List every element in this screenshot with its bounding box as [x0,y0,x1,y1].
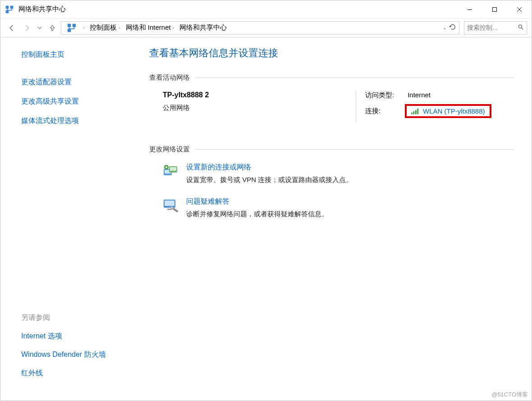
svg-rect-6 [73,23,76,27]
svg-rect-7 [68,28,71,32]
network-center-icon [67,23,77,33]
sidebar-link-adapter[interactable]: 更改适配器设置 [21,77,136,87]
search-input[interactable]: 搜索控制... [464,21,527,35]
svg-point-8 [518,25,522,28]
network-type: 公用网络 [163,104,356,112]
nav-forward-button[interactable] [20,21,34,35]
search-icon[interactable] [518,24,524,32]
breadcrumb-item[interactable]: 控制面板› [88,22,124,34]
svg-rect-10 [413,111,414,114]
see-also-heading: 另请参阅 [21,313,136,323]
breadcrumb-sep[interactable]: › [79,22,88,34]
nav-recent-button[interactable] [36,21,44,35]
breadcrumb-item[interactable]: 网络和共享中心 [178,22,229,34]
close-button[interactable] [507,0,532,18]
option-troubleshoot-link[interactable]: 问题疑难解答 [186,197,229,206]
nav-up-button[interactable] [46,21,59,35]
svg-rect-19 [165,200,174,206]
troubleshoot-icon [163,198,178,213]
access-type-label: 访问类型: [365,91,406,100]
divider [195,149,514,150]
divider [195,77,514,78]
svg-rect-12 [417,108,418,114]
minimize-button[interactable] [457,0,482,18]
svg-rect-0 [6,5,9,9]
watermark: @51CTO博客 [491,391,528,399]
network-center-icon [5,5,14,14]
sidebar: 控制面板主页 更改适配器设置 更改高级共享设置 媒体流式处理选项 另请参阅 In… [0,37,136,401]
svg-rect-2 [6,10,9,13]
wlan-connection-link[interactable]: WLAN (TP-yltx8888) [423,107,485,115]
svg-rect-11 [415,110,417,114]
sidebar-link-sharing[interactable]: 更改高级共享设置 [21,97,136,106]
chevron-down-icon[interactable]: ⌄ [443,25,446,30]
window-title: 网络和共享中心 [18,5,66,14]
sidebar-link-media[interactable]: 媒体流式处理选项 [21,116,136,126]
svg-rect-9 [411,112,413,114]
wlan-connection-highlight: WLAN (TP-yltx8888) [405,104,491,118]
search-placeholder: 搜索控制... [467,24,518,32]
network-name: TP-yltx8888 2 [163,91,356,99]
section-active-networks: 查看活动网络 [149,73,190,82]
access-type-value: Internet [408,91,431,99]
svg-rect-5 [68,23,71,27]
see-also-defender-firewall[interactable]: Windows Defender 防火墙 [21,350,136,360]
content-area: 查看基本网络信息并设置连接 查看活动网络 TP-yltx8888 2 公用网络 … [136,37,532,401]
connection-label: 连接: [365,107,406,115]
svg-rect-1 [10,5,14,9]
new-connection-icon [163,164,178,179]
maximize-button[interactable] [482,0,507,18]
option-new-connection-desc: 设置宽带、拨号或 VPN 连接；或设置路由器或接入点。 [186,176,353,184]
svg-point-21 [170,206,173,209]
option-troubleshoot-desc: 诊断并修复网络问题，或者获得疑难解答信息。 [186,210,328,219]
see-also-infrared[interactable]: 红外线 [21,369,136,378]
option-new-connection-link[interactable]: 设置新的连接或网络 [186,163,251,172]
wifi-signal-icon [411,108,419,114]
see-also-internet-options[interactable]: Internet 选项 [21,332,136,341]
svg-rect-3 [468,9,472,10]
svg-rect-16 [170,167,176,171]
svg-rect-4 [492,7,496,11]
breadcrumb-item[interactable]: 网络和 Internet› [124,22,178,34]
page-heading: 查看基本网络信息并设置连接 [149,46,514,60]
refresh-icon[interactable] [449,23,456,32]
section-change-settings: 更改网络设置 [149,145,190,154]
nav-back-button[interactable] [5,21,18,35]
address-bar[interactable]: › 控制面板› 网络和 Internet› 网络和共享中心 ⌄ [61,21,459,35]
sidebar-home-link[interactable]: 控制面板主页 [21,50,136,59]
